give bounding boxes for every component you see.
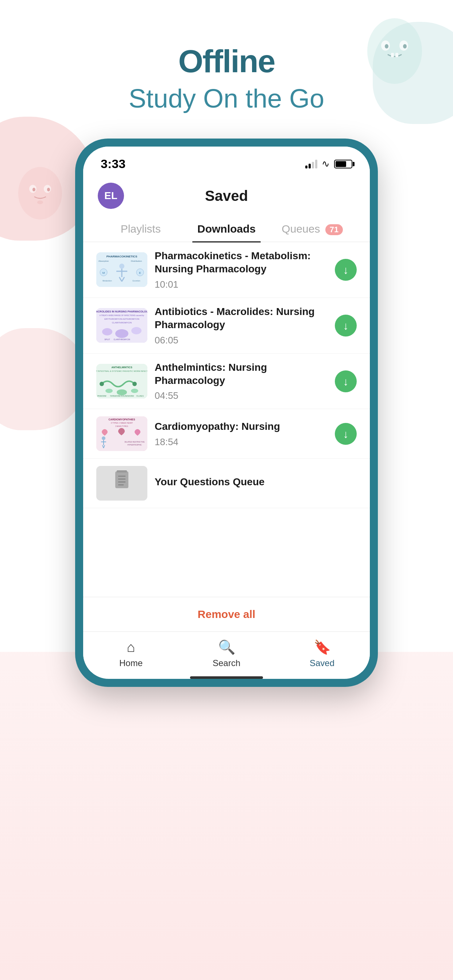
svg-text:MACROLIDES IN NURSING PHARMACO: MACROLIDES IN NURSING PHARMACOLOGY bbox=[96, 310, 147, 313]
svg-rect-61 bbox=[115, 471, 128, 488]
download-arrow-icon: ↓ bbox=[343, 428, 349, 441]
hero-title: Offline bbox=[0, 44, 453, 79]
download-button[interactable]: ↓ bbox=[335, 259, 357, 281]
list-item[interactable]: PHARMACOKINETICS Absorption Distribution bbox=[83, 242, 370, 298]
svg-text:E: E bbox=[139, 271, 141, 275]
svg-point-33 bbox=[102, 328, 112, 336]
thumbnail-cardiomyopathy: CARDIOMYOPATHIES 3 TYPES: 3 WEEK HEART 3… bbox=[96, 416, 147, 451]
svg-point-35 bbox=[131, 327, 142, 334]
ghost-character-left bbox=[11, 161, 69, 226]
svg-text:3 TYPES: 3 WEEK HEART: 3 TYPES: 3 WEEK HEART bbox=[111, 422, 133, 424]
app-title: Saved bbox=[124, 188, 329, 204]
item-info-pharmacokinetics: Pharmacokinetics - Metabolism: Nursing P… bbox=[155, 250, 327, 290]
svg-point-41 bbox=[100, 382, 104, 386]
nav-label-search: Search bbox=[213, 658, 240, 668]
svg-point-45 bbox=[131, 389, 138, 393]
phone-mockup: 3:33 ∿ EL Saved bbox=[75, 138, 378, 687]
thumbnail-pharmacokinetics: PHARMACOKINETICS Absorption Distribution bbox=[96, 252, 147, 287]
item-title: Antibiotics - Macrolides: Nursing Pharma… bbox=[155, 305, 327, 332]
tab-queues[interactable]: Queues 71 bbox=[270, 216, 355, 242]
wifi-icon: ∿ bbox=[322, 158, 330, 170]
svg-point-11 bbox=[47, 188, 50, 191]
phone-frame: 3:33 ∿ EL Saved bbox=[75, 138, 378, 687]
hero-subtitle: Study On the Go bbox=[0, 83, 453, 114]
bookmark-icon: 🔖 bbox=[314, 639, 331, 655]
list-item[interactable]: Your Questions Queue bbox=[83, 459, 370, 508]
item-duration: 18:54 bbox=[155, 436, 327, 448]
tab-playlists[interactable]: Playlists bbox=[98, 216, 183, 242]
tab-downloads[interactable]: Downloads bbox=[183, 216, 269, 242]
list-item[interactable]: MACROLIDES IN NURSING PHARMACOLOGY A TRE… bbox=[83, 298, 370, 354]
download-button[interactable]: ↓ bbox=[335, 423, 357, 445]
svg-point-34 bbox=[115, 329, 128, 338]
item-title: Your Questions Queue bbox=[155, 476, 357, 488]
list-item[interactable]: ANTHELMINTICS TREAT INTESTINAL & SYSTEMI… bbox=[83, 354, 370, 409]
remove-all-button[interactable]: Remove all bbox=[198, 608, 255, 620]
svg-text:DILATED RESTRICTIVE: DILATED RESTRICTIVE bbox=[124, 441, 145, 443]
thumbnail-queue bbox=[96, 466, 147, 501]
thumbnail-anthelmintics: ANTHELMINTICS TREAT INTESTINAL & SYSTEMI… bbox=[96, 364, 147, 398]
nav-label-home: Home bbox=[119, 658, 143, 668]
hero-section: Offline Study On the Go bbox=[0, 44, 453, 114]
app-header: EL Saved bbox=[83, 177, 370, 216]
avatar[interactable]: EL bbox=[98, 183, 124, 209]
svg-point-12 bbox=[37, 200, 43, 204]
item-duration: 10:01 bbox=[155, 279, 327, 290]
svg-text:3 MAIN TYPES:: 3 MAIN TYPES: bbox=[115, 425, 128, 427]
download-arrow-icon: ↓ bbox=[343, 375, 349, 388]
item-duration: 06:05 bbox=[155, 335, 327, 346]
svg-point-17 bbox=[119, 264, 124, 269]
item-info-queue: Your Questions Queue bbox=[155, 476, 357, 492]
item-title: Anthelmintics: Nursing Pharmacology bbox=[155, 361, 327, 388]
svg-text:Distribution: Distribution bbox=[131, 260, 142, 262]
status-icons: ∿ bbox=[305, 158, 353, 170]
svg-text:A TREAT A WIDE RANGE OF INFECT: A TREAT A WIDE RANGE OF INFECTIONS cause… bbox=[100, 314, 144, 317]
item-title: Cardiomyopathy: Nursing bbox=[155, 420, 327, 433]
svg-text:Excretion: Excretion bbox=[133, 280, 140, 282]
battery-fill bbox=[335, 161, 346, 167]
battery-icon bbox=[334, 160, 353, 169]
list-item[interactable]: CARDIOMYOPATHIES 3 TYPES: 3 WEEK HEART 3… bbox=[83, 409, 370, 459]
svg-point-44 bbox=[117, 390, 127, 395]
svg-text:FLUKES: FLUKES bbox=[136, 395, 144, 397]
decorative-blob-bottom bbox=[0, 652, 453, 980]
svg-rect-62 bbox=[117, 470, 127, 473]
nav-label-saved: Saved bbox=[309, 658, 335, 668]
svg-point-7 bbox=[18, 167, 62, 220]
phone-screen: 3:33 ∿ EL Saved bbox=[83, 146, 370, 679]
download-button[interactable]: ↓ bbox=[335, 371, 357, 392]
svg-text:CLARITHROMYCIN: CLARITHROMYCIN bbox=[112, 321, 132, 324]
svg-point-43 bbox=[105, 389, 113, 393]
svg-text:M: M bbox=[102, 271, 105, 275]
tabs-row: Playlists Downloads Queues 71 bbox=[83, 216, 370, 242]
svg-text:CARDIOMYOPATHIES: CARDIOMYOPATHIES bbox=[109, 418, 135, 421]
queues-badge: 71 bbox=[325, 224, 343, 235]
svg-point-53 bbox=[102, 436, 105, 440]
remove-all-section: Remove all bbox=[83, 597, 370, 632]
nav-item-search[interactable]: 🔍 Search bbox=[179, 639, 274, 668]
svg-text:Metabolism: Metabolism bbox=[102, 280, 112, 282]
svg-text:TAPEWORM ROUNDWORM: TAPEWORM ROUNDWORM bbox=[110, 395, 134, 397]
item-info-macrolides: Antibiotics - Macrolides: Nursing Pharma… bbox=[155, 305, 327, 346]
bottom-nav: ⌂ Home 🔍 Search 🔖 Saved bbox=[83, 632, 370, 672]
status-bar: 3:33 ∿ bbox=[83, 146, 370, 177]
item-duration: 04:55 bbox=[155, 390, 327, 401]
status-time: 3:33 bbox=[100, 157, 126, 171]
item-title: Pharmacokinetics - Metabolism: Nursing P… bbox=[155, 250, 327, 276]
nav-item-saved[interactable]: 🔖 Saved bbox=[274, 639, 370, 668]
svg-text:ANTHELMINTICS: ANTHELMINTICS bbox=[111, 366, 132, 369]
svg-text:CLARITHROMYCIN: CLARITHROMYCIN bbox=[113, 338, 130, 340]
svg-text:PHARMACOKINETICS: PHARMACOKINETICS bbox=[107, 255, 137, 258]
search-icon: 🔍 bbox=[218, 639, 235, 655]
svg-text:TREAT INTESTINAL & SYSTEMIC PA: TREAT INTESTINAL & SYSTEMIC PARASITIC WO… bbox=[96, 370, 147, 372]
svg-text:SPLIT: SPLIT bbox=[104, 338, 110, 340]
svg-point-42 bbox=[132, 382, 137, 386]
content-list: PHARMACOKINETICS Absorption Distribution bbox=[83, 242, 370, 597]
svg-text:HYPERTROPHIC: HYPERTROPHIC bbox=[127, 444, 142, 446]
item-info-anthelmintics: Anthelmintics: Nursing Pharmacology 04:5… bbox=[155, 361, 327, 402]
svg-text:ERYTHROMYCIN    AZITHROMYCIN: ERYTHROMYCIN AZITHROMYCIN bbox=[104, 318, 139, 320]
svg-text:Absorption: Absorption bbox=[99, 260, 109, 262]
download-button[interactable]: ↓ bbox=[335, 315, 357, 337]
nav-item-home[interactable]: ⌂ Home bbox=[83, 640, 179, 668]
item-info-cardiomyopathy: Cardiomyopathy: Nursing 18:54 bbox=[155, 420, 327, 447]
